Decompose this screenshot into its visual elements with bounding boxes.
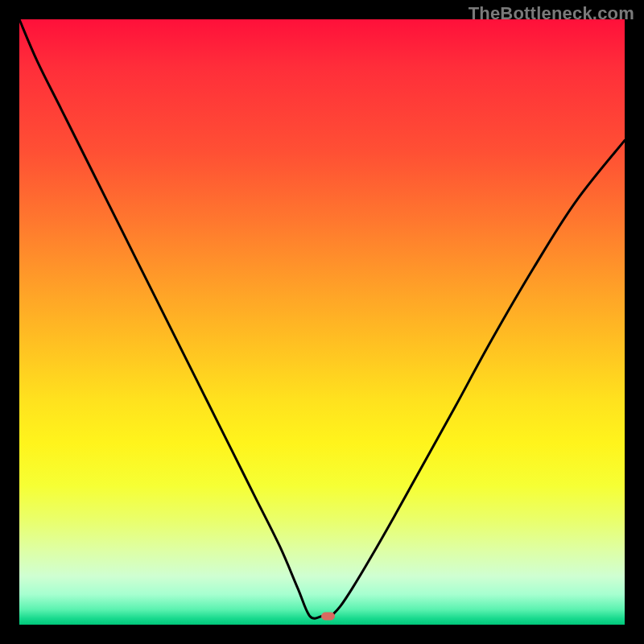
plot-area — [19, 19, 625, 625]
curve-svg — [19, 19, 625, 625]
chart-container: TheBottleneck.com — [0, 0, 644, 644]
curve-left — [19, 19, 322, 618]
curve-right — [331, 140, 625, 616]
minimum-marker — [322, 613, 335, 620]
watermark-text: TheBottleneck.com — [469, 3, 634, 24]
